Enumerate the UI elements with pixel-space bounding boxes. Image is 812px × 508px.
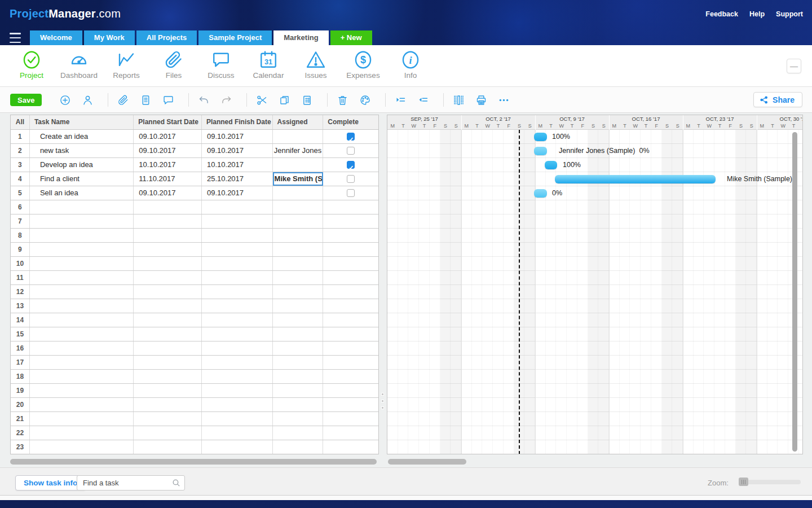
assigned-cell[interactable] — [273, 299, 324, 313]
assigned-cell[interactable] — [273, 398, 324, 411]
tab-my-work[interactable]: My Work — [84, 30, 135, 45]
nav-item-discuss[interactable]: Discuss — [204, 50, 238, 80]
toggle-columns-button[interactable] — [450, 91, 467, 108]
task-name-cell[interactable] — [30, 243, 134, 256]
planned-finish-cell[interactable] — [202, 313, 273, 327]
task-name-cell[interactable]: Create an idea — [30, 130, 134, 143]
planned-finish-cell[interactable] — [202, 229, 273, 242]
save-button[interactable]: Save — [10, 94, 42, 106]
planned-start-cell[interactable] — [134, 356, 202, 369]
planned-finish-cell[interactable] — [202, 356, 273, 369]
task-name-cell[interactable] — [30, 299, 134, 313]
tab-welcome[interactable]: Welcome — [30, 30, 82, 45]
planned-start-cell[interactable] — [134, 313, 202, 327]
row-number[interactable]: 17 — [11, 356, 30, 369]
row-number[interactable]: 12 — [11, 285, 30, 299]
help-link-feedback[interactable]: Feedback — [705, 10, 738, 18]
planned-finish-cell[interactable] — [202, 426, 273, 440]
planned-finish-cell[interactable] — [202, 257, 273, 270]
row-number[interactable]: 2 — [11, 144, 30, 157]
task-name-cell[interactable] — [30, 285, 134, 299]
assigned-cell[interactable] — [273, 313, 324, 327]
task-name-cell[interactable] — [30, 384, 134, 397]
delete-button[interactable] — [334, 91, 351, 108]
planned-start-cell[interactable] — [134, 214, 202, 228]
task-name-cell[interactable]: Find a client — [30, 172, 134, 186]
assigned-cell[interactable] — [273, 412, 324, 426]
tab-new[interactable]: + New — [330, 30, 372, 45]
assign-user-button[interactable] — [79, 91, 96, 108]
gantt-horizontal-scrollbar[interactable] — [388, 459, 466, 465]
row-number[interactable]: 15 — [11, 327, 30, 341]
task-name-cell[interactable] — [30, 200, 134, 214]
column-header-task-name[interactable]: Task Name — [30, 115, 134, 129]
planned-start-cell[interactable] — [134, 299, 202, 313]
task-name-cell[interactable] — [30, 229, 134, 242]
gantt-task-bar[interactable] — [534, 189, 547, 198]
complete-checkbox[interactable] — [347, 147, 355, 155]
task-name-cell[interactable] — [30, 370, 134, 383]
add-task-button[interactable] — [56, 91, 73, 108]
assigned-cell[interactable] — [273, 426, 324, 440]
projectmanager-logo[interactable]: ProjectManager.com — [10, 7, 121, 20]
nav-item-expenses[interactable]: $Expenses — [346, 50, 380, 80]
planned-start-cell[interactable] — [134, 200, 202, 214]
outdent-button[interactable] — [414, 91, 431, 108]
row-number[interactable]: 19 — [11, 384, 30, 397]
assigned-cell[interactable]: Mike Smith (Sa — [273, 172, 324, 186]
planned-start-cell[interactable]: 09.10.2017 — [134, 186, 202, 200]
planned-finish-cell[interactable] — [202, 412, 273, 426]
undo-button[interactable] — [195, 91, 212, 108]
assigned-cell[interactable] — [273, 200, 324, 214]
planned-start-cell[interactable] — [134, 398, 202, 411]
planned-finish-cell[interactable] — [202, 285, 273, 299]
gantt-task-bar[interactable] — [534, 147, 547, 155]
planned-start-cell[interactable]: 09.10.2017 — [134, 144, 202, 157]
assigned-cell[interactable] — [273, 271, 324, 284]
planned-start-cell[interactable]: 09.10.2017 — [134, 130, 202, 143]
task-name-cell[interactable] — [30, 426, 134, 440]
planned-finish-cell[interactable] — [202, 214, 273, 228]
task-name-cell[interactable] — [30, 214, 134, 228]
planned-finish-cell[interactable]: 09.10.2017 — [202, 144, 273, 157]
planned-finish-cell[interactable] — [202, 271, 273, 284]
planned-finish-cell[interactable] — [202, 243, 273, 256]
hamburger-menu-icon[interactable] — [10, 33, 21, 43]
row-number[interactable]: 13 — [11, 299, 30, 313]
planned-finish-cell[interactable]: 09.10.2017 — [202, 186, 273, 200]
zoom-slider-handle[interactable] — [739, 478, 748, 486]
assigned-cell[interactable] — [273, 356, 324, 369]
row-number[interactable]: 14 — [11, 313, 30, 327]
planned-finish-cell[interactable] — [202, 370, 273, 383]
task-name-cell[interactable] — [30, 356, 134, 369]
assigned-cell[interactable] — [273, 341, 324, 355]
planned-finish-cell[interactable]: 09.10.2017 — [202, 130, 273, 143]
planned-finish-cell[interactable] — [202, 299, 273, 313]
planned-start-cell[interactable] — [134, 229, 202, 242]
panel-splitter[interactable] — [379, 115, 387, 454]
planned-finish-cell[interactable] — [202, 384, 273, 397]
planned-start-cell[interactable] — [134, 271, 202, 284]
task-name-cell[interactable] — [30, 398, 134, 411]
nav-item-reports[interactable]: Reports — [109, 50, 143, 80]
row-number[interactable]: 21 — [11, 412, 30, 426]
cut-button[interactable] — [253, 91, 270, 108]
nav-item-files[interactable]: Files — [157, 50, 191, 80]
tab-sample-project[interactable]: Sample Project — [198, 30, 272, 45]
tab-all-projects[interactable]: All Projects — [136, 30, 197, 45]
task-name-cell[interactable] — [30, 341, 134, 355]
task-notes-button[interactable] — [137, 91, 154, 108]
complete-checkbox[interactable] — [347, 175, 355, 183]
task-name-cell[interactable]: Develop an idea — [30, 158, 134, 172]
column-header-assigned[interactable]: Assigned — [273, 115, 324, 129]
complete-checkbox[interactable] — [347, 189, 355, 197]
assigned-cell[interactable] — [273, 370, 324, 383]
row-number[interactable]: 23 — [11, 440, 30, 454]
complete-checkbox[interactable] — [347, 133, 355, 141]
help-link-help[interactable]: Help — [749, 10, 765, 18]
assigned-cell[interactable] — [273, 130, 324, 143]
nav-item-info[interactable]: iInfo — [394, 50, 427, 80]
assigned-cell[interactable]: Jennifer Jones — [273, 144, 324, 157]
nav-item-issues[interactable]: Issues — [299, 50, 333, 80]
planned-finish-cell[interactable]: 25.10.2017 — [202, 172, 273, 186]
